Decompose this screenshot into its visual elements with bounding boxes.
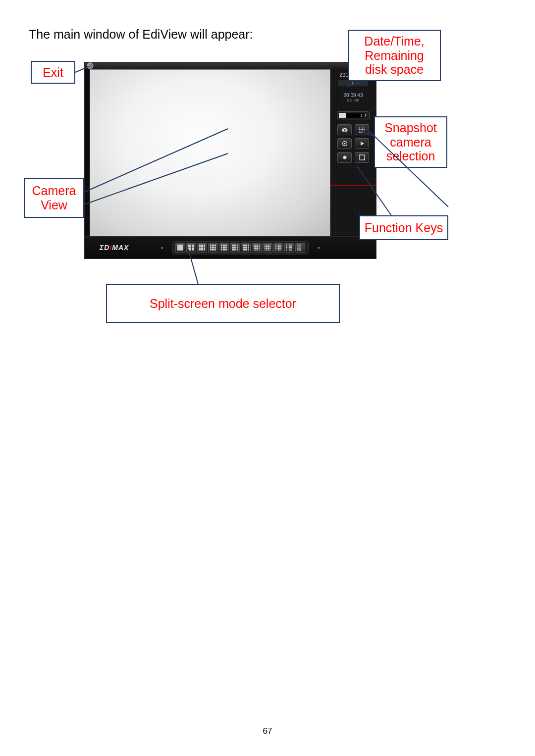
snapshot-button[interactable] [337,124,352,135]
side-panel: 2011 07/14 L 20 09 43 0.0 MB 1 ▾ [330,69,376,236]
play-button[interactable] [355,138,369,149]
split-screen-selector [172,241,309,254]
camera-icon [339,113,346,118]
record-icon [342,154,348,160]
camera-icon [342,127,348,133]
split-mode-button[interactable] [273,243,283,252]
record-button[interactable] [337,152,352,163]
brand-logo: ΣDiMAX [85,244,159,252]
time-text: 20 09 43 [333,93,373,98]
intro-text: The main window of EdiView will appear: [29,27,253,42]
scroll-right-icon[interactable]: ▸ [317,245,321,250]
chevron-down-icon: ▾ [364,113,368,117]
split-mode-button[interactable] [284,243,294,252]
disk-space-text: 0.0 MB [333,98,373,102]
callout-snapshot: Snapshot camera selection [374,116,447,168]
split-mode-button[interactable] [175,243,185,252]
accent-divider [330,185,376,186]
document-page: The main window of EdiView will appear: … [0,0,535,756]
camera-view-canvas[interactable] [90,69,330,237]
function-keys-grid [337,124,369,163]
svg-marker-8 [361,142,364,146]
split-mode-button[interactable] [230,243,240,252]
play-icon [359,141,365,147]
split-mode-button[interactable] [197,243,207,252]
gear-icon [342,141,348,147]
callout-camera-view: Camera View [24,178,84,218]
camera-select-value: 1 [346,113,364,118]
svg-point-9 [343,156,346,159]
callout-exit: Exit [31,61,75,84]
camera-select-dropdown[interactable]: 1 ▾ [337,111,370,119]
callout-function-keys: Function Keys [359,215,448,240]
ediview-main-window: 2011 07/14 L 20 09 43 0.0 MB 1 ▾ [84,62,376,259]
titlebar [85,62,376,69]
page-number: 67 [263,726,272,736]
split-mode-button[interactable] [219,243,229,252]
split-mode-button[interactable] [186,243,196,252]
close-icon[interactable] [87,62,94,69]
callout-split-selector: Split-screen mode selector [106,284,340,323]
settings-button[interactable] [337,138,352,149]
svg-rect-10 [360,155,365,160]
date-block: 2011 07/14 L 20 09 43 0.0 MB 1 ▾ [333,72,373,163]
expand-icon [359,154,365,160]
callout-datetime: Date/Time, Remaining disk space [348,30,441,81]
layout-button[interactable] [355,124,369,135]
split-mode-button[interactable] [241,243,251,252]
expand-button[interactable] [355,152,369,163]
split-mode-button[interactable] [295,243,305,252]
svg-rect-1 [343,128,346,129]
layout-icon [359,127,365,133]
svg-point-7 [344,143,345,145]
split-mode-button[interactable] [252,243,262,252]
scroll-left-icon[interactable]: ◂ [159,245,164,250]
svg-point-2 [344,129,346,131]
bottom-toolbar: ΣDiMAX ◂ ▸ [85,236,376,258]
split-mode-button[interactable] [208,243,218,252]
split-mode-button[interactable] [263,243,272,252]
